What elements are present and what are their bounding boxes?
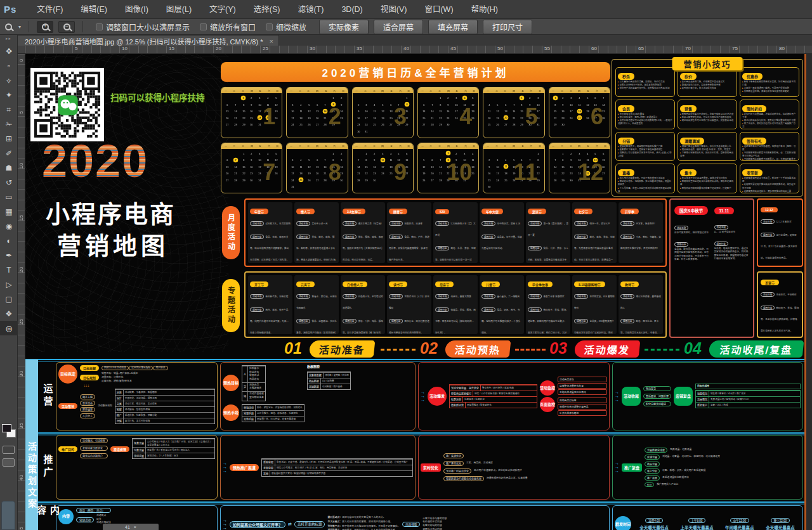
- replay-table-head: 目标完成率: [695, 384, 801, 390]
- option-checkbox[interactable]: 细微缩放: [266, 22, 306, 32]
- ruler-number: 40: [403, 46, 409, 51]
- tool-button[interactable]: ⟡: [0, 73, 18, 87]
- layout-pill: 内容排版: [402, 522, 420, 527]
- table-key: 场: [242, 392, 248, 400]
- send-times: 凌晨4:00 全天曝光最低点 上午8:00 上半天曝光最高点 中午12:00 午…: [634, 518, 801, 530]
- zoom-in-button[interactable]: +: [37, 21, 53, 33]
- tool-button[interactable]: ✒: [0, 248, 18, 262]
- zoom-out-button[interactable]: −: [58, 21, 75, 33]
- checkbox-icon[interactable]: [96, 23, 103, 30]
- table-value: 访问数据 / 用户画像: [321, 384, 344, 389]
- ruler-number: 5: [18, 111, 24, 113]
- option-checkbox[interactable]: 缩放所有窗口: [200, 22, 256, 32]
- tool-button[interactable]: ✁: [0, 117, 18, 131]
- menu-item[interactable]: 视图(V): [372, 0, 416, 19]
- tool-list: ✥▫⟡✦⌗✁⊞✐☗↺▭▦◉◐✒T▷▢❖◎: [0, 44, 17, 335]
- calendar-grid: 一二三四五六日123456789101112131415161718192021…: [221, 87, 610, 193]
- style-value: 数字信息符合大脑记忆有规律性，并且易于切换事实。: [342, 525, 400, 527]
- document-canvas[interactable]: 扫码可以获得小程序扶持 2020 小程序电商 营销地图 2020营销日历&全年营…: [25, 54, 812, 530]
- tool-button[interactable]: ▫: [0, 58, 18, 73]
- tool-button[interactable]: ▭: [0, 190, 18, 204]
- plan-item: 盘货选品: [80, 401, 95, 406]
- tips-grid: 秒杀 以大量特价商品吸引流量，如爆品、低价引流品设置3-5分钟倒计时预热，营造紧…: [615, 67, 799, 193]
- menu-item[interactable]: 图层(L): [157, 0, 200, 19]
- checkbox-icon[interactable]: [200, 23, 207, 30]
- view-mode-button[interactable]: 实际像素: [319, 20, 369, 34]
- checkbox-icon[interactable]: [266, 23, 273, 30]
- menu-item[interactable]: 图像(I): [116, 0, 157, 19]
- month-number: 8: [329, 152, 341, 193]
- tab-close-icon[interactable]: ×: [269, 37, 273, 45]
- theme-pill: 活动主题: [674, 226, 688, 230]
- zoom-tool-icon[interactable]: [5, 23, 12, 30]
- send-time-item: 晚上22:00 全天曝光最高点: [766, 518, 795, 530]
- tool-button[interactable]: T: [0, 262, 18, 277]
- theme-text: 遇见女神之美（宠爱她）: [358, 223, 383, 225]
- industry-pill: 适用行业: [674, 242, 688, 247]
- tip-card: 优惠券 新客下单券和老客回购券区分发放，针对商品设置不同门槛大促前一周发放通用门…: [740, 67, 799, 97]
- list-line: 运营目标：增粉/复购/转化率: [102, 380, 138, 384]
- tool-button[interactable]: ⌗: [0, 102, 18, 117]
- tool-button[interactable]: ✥: [0, 44, 18, 58]
- menu-item[interactable]: 选择(S): [245, 0, 289, 19]
- weekday-header: 一二三四五六日: [483, 87, 544, 93]
- screen-mode-button[interactable]: [3, 458, 15, 467]
- industry-text: 数码电子、美妆、服饰等、圣诞节前进行预热促销，礼物场景打造新老人送礼的欢乐气氛。: [761, 307, 799, 332]
- tool-button[interactable]: ✐: [0, 146, 18, 160]
- activity-card-title: 教师节: [620, 281, 639, 287]
- menu-item[interactable]: 文字(Y): [200, 0, 245, 19]
- table-value: UV / 加购量: [321, 378, 336, 384]
- table-value: 朋友圈推送 / 裂变群转化: [466, 403, 493, 408]
- table-key: 推广: [115, 413, 124, 418]
- panel-grip-icon[interactable]: ▸▸: [0, 36, 17, 41]
- menu-item[interactable]: 文件(F): [28, 0, 72, 19]
- tool-button[interactable]: ↺: [0, 175, 18, 190]
- document-tab[interactable]: 2020小程序电商营销地图.jpg @ 12.5% (扫码可以获得小程序扶持, …: [0, 35, 279, 46]
- tool-button[interactable]: ✦: [0, 87, 18, 102]
- list-line: 热品造势: [249, 378, 259, 382]
- tool-button[interactable]: ▷: [0, 277, 18, 292]
- tool-button[interactable]: ☗: [0, 160, 18, 175]
- view-mode-button[interactable]: 打印尺寸: [483, 20, 532, 34]
- activity-card: 踏青节 活动主题阳春四月，出游季 适用行业食品、数码、户外、旅游用品等，如食品可…: [387, 202, 431, 263]
- industry-pill: 适用行业: [296, 319, 310, 323]
- theme-text: 阳春四月，出游季: [404, 223, 422, 225]
- overlay-close-icon[interactable]: ×: [134, 525, 136, 529]
- view-mode-button[interactable]: 填充屏幕: [428, 20, 478, 34]
- list-line: 售后跟进、问题处理: [643, 394, 671, 399]
- menu-item[interactable]: 滤镜(T): [289, 0, 332, 19]
- tool-button[interactable]: ◎: [0, 321, 18, 335]
- tip-card: 会员 会员等级设置3-5级为最佳积分体系采用［签到+购物］双通道累计会员日每月固…: [615, 100, 675, 129]
- activity-card: 元宵节 活动主题集福卡、猜灯谜，元宵佳节团圆乐 适用行业食品、米面粮油、节日礼盒…: [294, 275, 339, 334]
- ruler-number: 75: [732, 46, 738, 51]
- industry-text: 食品、玩具、图书、书籍、宝妈用户可主推面向孩子一个快乐理由。: [481, 309, 520, 334]
- tool-button[interactable]: ▦: [0, 204, 18, 219]
- industry-text: 全品类、电商年度狂欢节，通过多类营销活动衔接预热蓄水，同时热度至压正高潮，把握期…: [714, 247, 750, 261]
- preheat-means-node: 预热手段: [223, 404, 239, 421]
- highlight-date: 1: [520, 95, 525, 100]
- menu-item[interactable]: 窗口(W): [416, 0, 462, 19]
- overlay-badge[interactable]: 41 ×: [103, 524, 159, 530]
- tool-button[interactable]: ⊞: [0, 131, 18, 146]
- foreground-color-swatch[interactable]: [2, 424, 11, 432]
- special-activities-row: 开工节 活动主题新年新气象，全新启程 适用行业图书、家居、电子产品等，向用户传递…: [244, 271, 667, 338]
- activity-card: 8.18暑期购物节 活动主题狂欢购实惠，818 暑期购物节 适用行业全品类，81…: [572, 275, 617, 334]
- month-number: 4: [459, 96, 472, 138]
- table-value: 备货打包、发货时效保障: [124, 418, 152, 423]
- tool-button[interactable]: ◐: [0, 233, 18, 248]
- view-mode-button[interactable]: 适合屏幕: [374, 20, 423, 34]
- menu-item[interactable]: 编辑(E): [72, 0, 116, 19]
- tool-preset-caret-icon[interactable]: ▾: [18, 24, 21, 30]
- activity-plan-pill: 活动策划: [58, 403, 77, 409]
- send-time-item: 上午8:00 上半天曝光最高点: [680, 518, 713, 530]
- weekday-header: 一二三四五六日: [483, 143, 544, 149]
- tool-button[interactable]: ❖: [0, 306, 18, 321]
- menu-item[interactable]: 3D(D): [332, 0, 371, 19]
- quick-mask-button[interactable]: [3, 446, 15, 454]
- dock-thumbnail[interactable]: [1, 501, 15, 530]
- tool-button[interactable]: ▢: [0, 292, 18, 306]
- menu-item[interactable]: 帮助(H): [462, 0, 507, 19]
- theme-pill: 活动主题: [296, 221, 310, 226]
- tool-button[interactable]: ◉: [0, 219, 18, 233]
- option-checkbox[interactable]: 调整窗口大小以满屏显示: [96, 22, 190, 32]
